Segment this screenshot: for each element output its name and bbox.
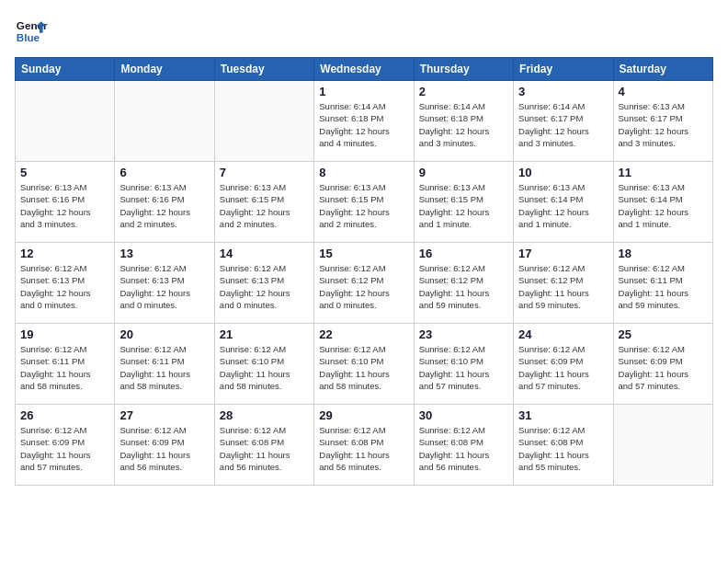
day-cell-31: 31Sunrise: 6:12 AM Sunset: 6:08 PM Dayli… xyxy=(514,405,613,486)
week-row-3: 12Sunrise: 6:12 AM Sunset: 6:13 PM Dayli… xyxy=(16,243,713,324)
day-detail: Sunrise: 6:12 AM Sunset: 6:11 PM Dayligh… xyxy=(119,343,209,392)
day-number: 4 xyxy=(619,85,708,98)
day-number: 28 xyxy=(220,408,309,422)
day-number: 7 xyxy=(220,166,309,179)
day-cell-6: 6Sunrise: 6:13 AM Sunset: 6:16 PM Daylig… xyxy=(115,162,214,243)
weekday-header-thursday: Thursday xyxy=(414,58,513,81)
day-detail: Sunrise: 6:13 AM Sunset: 6:16 PM Dayligh… xyxy=(20,181,109,230)
day-number: 8 xyxy=(319,166,408,179)
day-detail: Sunrise: 6:12 AM Sunset: 6:12 PM Dayligh… xyxy=(518,262,608,311)
day-number: 31 xyxy=(518,408,608,422)
day-detail: Sunrise: 6:13 AM Sunset: 6:14 PM Dayligh… xyxy=(518,181,608,230)
day-detail: Sunrise: 6:12 AM Sunset: 6:09 PM Dayligh… xyxy=(20,424,109,473)
day-cell-29: 29Sunrise: 6:12 AM Sunset: 6:08 PM Dayli… xyxy=(314,405,414,486)
day-number: 12 xyxy=(20,247,109,260)
day-detail: Sunrise: 6:12 AM Sunset: 6:11 PM Dayligh… xyxy=(619,262,708,311)
day-detail: Sunrise: 6:13 AM Sunset: 6:15 PM Dayligh… xyxy=(319,181,408,230)
day-number: 9 xyxy=(419,166,508,179)
day-number: 29 xyxy=(319,408,408,422)
weekday-header-row: SundayMondayTuesdayWednesdayThursdayFrid… xyxy=(16,58,713,81)
week-row-4: 19Sunrise: 6:12 AM Sunset: 6:11 PM Dayli… xyxy=(16,324,713,405)
day-number: 23 xyxy=(419,327,508,341)
day-cell-24: 24Sunrise: 6:12 AM Sunset: 6:09 PM Dayli… xyxy=(514,324,613,405)
empty-cell xyxy=(115,81,214,162)
day-cell-3: 3Sunrise: 6:14 AM Sunset: 6:17 PM Daylig… xyxy=(514,81,613,162)
day-detail: Sunrise: 6:12 AM Sunset: 6:08 PM Dayligh… xyxy=(518,424,608,473)
day-number: 24 xyxy=(518,327,608,341)
page-header: General Blue xyxy=(15,15,713,48)
day-detail: Sunrise: 6:13 AM Sunset: 6:15 PM Dayligh… xyxy=(419,181,508,230)
day-cell-30: 30Sunrise: 6:12 AM Sunset: 6:08 PM Dayli… xyxy=(414,405,513,486)
day-cell-21: 21Sunrise: 6:12 AM Sunset: 6:10 PM Dayli… xyxy=(214,324,313,405)
day-detail: Sunrise: 6:13 AM Sunset: 6:15 PM Dayligh… xyxy=(220,181,309,230)
day-number: 15 xyxy=(319,247,408,260)
day-number: 14 xyxy=(220,247,309,260)
day-detail: Sunrise: 6:12 AM Sunset: 6:10 PM Dayligh… xyxy=(319,343,408,392)
day-cell-27: 27Sunrise: 6:12 AM Sunset: 6:09 PM Dayli… xyxy=(115,405,214,486)
day-detail: Sunrise: 6:14 AM Sunset: 6:17 PM Dayligh… xyxy=(518,100,608,149)
day-detail: Sunrise: 6:14 AM Sunset: 6:18 PM Dayligh… xyxy=(419,100,508,149)
day-cell-1: 1Sunrise: 6:14 AM Sunset: 6:18 PM Daylig… xyxy=(314,81,414,162)
day-cell-22: 22Sunrise: 6:12 AM Sunset: 6:10 PM Dayli… xyxy=(314,324,414,405)
weekday-header-saturday: Saturday xyxy=(613,58,712,81)
day-cell-10: 10Sunrise: 6:13 AM Sunset: 6:14 PM Dayli… xyxy=(514,162,613,243)
week-row-1: 1Sunrise: 6:14 AM Sunset: 6:18 PM Daylig… xyxy=(16,81,713,162)
day-cell-26: 26Sunrise: 6:12 AM Sunset: 6:09 PM Dayli… xyxy=(16,405,115,486)
weekday-header-sunday: Sunday xyxy=(16,58,115,81)
week-row-2: 5Sunrise: 6:13 AM Sunset: 6:16 PM Daylig… xyxy=(16,162,713,243)
weekday-header-tuesday: Tuesday xyxy=(214,58,313,81)
day-number: 22 xyxy=(319,327,408,341)
weekday-header-friday: Friday xyxy=(514,58,613,81)
weekday-header-wednesday: Wednesday xyxy=(314,58,414,81)
day-cell-13: 13Sunrise: 6:12 AM Sunset: 6:13 PM Dayli… xyxy=(115,243,214,324)
day-cell-25: 25Sunrise: 6:12 AM Sunset: 6:09 PM Dayli… xyxy=(613,324,712,405)
day-detail: Sunrise: 6:12 AM Sunset: 6:13 PM Dayligh… xyxy=(20,262,109,311)
day-number: 26 xyxy=(20,408,109,422)
weekday-header-monday: Monday xyxy=(115,58,214,81)
day-detail: Sunrise: 6:12 AM Sunset: 6:08 PM Dayligh… xyxy=(319,424,408,473)
day-detail: Sunrise: 6:12 AM Sunset: 6:12 PM Dayligh… xyxy=(319,262,408,311)
day-detail: Sunrise: 6:12 AM Sunset: 6:09 PM Dayligh… xyxy=(119,424,209,473)
day-cell-11: 11Sunrise: 6:13 AM Sunset: 6:14 PM Dayli… xyxy=(613,162,712,243)
day-detail: Sunrise: 6:13 AM Sunset: 6:16 PM Dayligh… xyxy=(119,181,209,230)
day-number: 6 xyxy=(119,166,209,179)
day-cell-19: 19Sunrise: 6:12 AM Sunset: 6:11 PM Dayli… xyxy=(16,324,115,405)
calendar-table: SundayMondayTuesdayWednesdayThursdayFrid… xyxy=(15,57,713,486)
day-detail: Sunrise: 6:12 AM Sunset: 6:10 PM Dayligh… xyxy=(220,343,309,392)
day-number: 19 xyxy=(20,327,109,341)
day-cell-7: 7Sunrise: 6:13 AM Sunset: 6:15 PM Daylig… xyxy=(214,162,313,243)
day-detail: Sunrise: 6:12 AM Sunset: 6:09 PM Dayligh… xyxy=(619,343,708,392)
day-detail: Sunrise: 6:12 AM Sunset: 6:09 PM Dayligh… xyxy=(518,343,608,392)
day-detail: Sunrise: 6:12 AM Sunset: 6:11 PM Dayligh… xyxy=(20,343,109,392)
week-row-5: 26Sunrise: 6:12 AM Sunset: 6:09 PM Dayli… xyxy=(16,405,713,486)
day-cell-2: 2Sunrise: 6:14 AM Sunset: 6:18 PM Daylig… xyxy=(414,81,513,162)
day-number: 5 xyxy=(20,166,109,179)
day-detail: Sunrise: 6:12 AM Sunset: 6:12 PM Dayligh… xyxy=(419,262,508,311)
day-detail: Sunrise: 6:12 AM Sunset: 6:10 PM Dayligh… xyxy=(419,343,508,392)
day-number: 11 xyxy=(619,166,708,179)
day-cell-23: 23Sunrise: 6:12 AM Sunset: 6:10 PM Dayli… xyxy=(414,324,513,405)
day-detail: Sunrise: 6:12 AM Sunset: 6:13 PM Dayligh… xyxy=(119,262,209,311)
day-cell-16: 16Sunrise: 6:12 AM Sunset: 6:12 PM Dayli… xyxy=(414,243,513,324)
day-detail: Sunrise: 6:13 AM Sunset: 6:14 PM Dayligh… xyxy=(619,181,708,230)
day-detail: Sunrise: 6:12 AM Sunset: 6:13 PM Dayligh… xyxy=(220,262,309,311)
day-number: 20 xyxy=(119,327,209,341)
day-number: 13 xyxy=(119,247,209,260)
day-cell-20: 20Sunrise: 6:12 AM Sunset: 6:11 PM Dayli… xyxy=(115,324,214,405)
day-cell-28: 28Sunrise: 6:12 AM Sunset: 6:08 PM Dayli… xyxy=(214,405,313,486)
day-number: 27 xyxy=(119,408,209,422)
logo: General Blue xyxy=(15,15,48,48)
day-detail: Sunrise: 6:13 AM Sunset: 6:17 PM Dayligh… xyxy=(619,100,708,149)
day-cell-8: 8Sunrise: 6:13 AM Sunset: 6:15 PM Daylig… xyxy=(314,162,414,243)
day-cell-15: 15Sunrise: 6:12 AM Sunset: 6:12 PM Dayli… xyxy=(314,243,414,324)
svg-text:Blue: Blue xyxy=(17,31,40,43)
day-cell-5: 5Sunrise: 6:13 AM Sunset: 6:16 PM Daylig… xyxy=(16,162,115,243)
day-number: 1 xyxy=(319,85,408,98)
empty-cell xyxy=(214,81,313,162)
day-cell-4: 4Sunrise: 6:13 AM Sunset: 6:17 PM Daylig… xyxy=(613,81,712,162)
day-cell-17: 17Sunrise: 6:12 AM Sunset: 6:12 PM Dayli… xyxy=(514,243,613,324)
empty-cell xyxy=(16,81,115,162)
day-number: 16 xyxy=(419,247,508,260)
day-number: 30 xyxy=(419,408,508,422)
day-detail: Sunrise: 6:12 AM Sunset: 6:08 PM Dayligh… xyxy=(419,424,508,473)
